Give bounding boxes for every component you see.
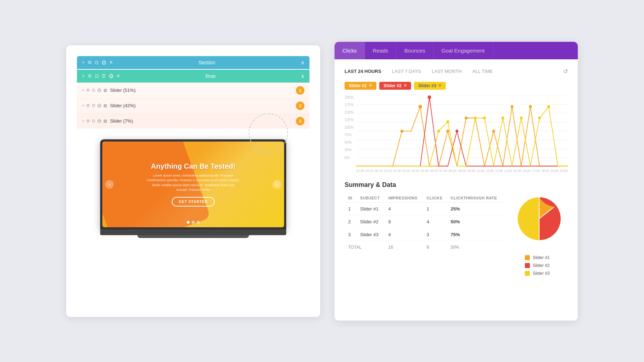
pie-legend: Slider #1 Slider #2 Slider #3 [525, 255, 568, 276]
panel-body: LAST 24 HOURS LAST 7 DAYS LAST MONTH ALL… [335, 59, 578, 321]
data-table-section: ID SUBJECT IMPRESSIONS CLICKS CLICKTHROU… [345, 194, 503, 253]
delete-icon[interactable]: ✕ [109, 60, 113, 65]
add-icon[interactable]: + [82, 103, 84, 108]
chart-x-axis: 22:0023:0000:0001:00 02:0003:0004:0005:0… [345, 169, 568, 173]
remove-tag3-icon[interactable]: ✕ [438, 83, 441, 88]
svg-point-24 [538, 116, 541, 119]
remove-tag2-icon[interactable]: ✕ [404, 83, 407, 88]
gear-icon[interactable]: ⚙ [88, 60, 92, 65]
dot-3[interactable] [197, 221, 200, 224]
power-icon[interactable]: ⏻ [97, 119, 101, 123]
power-icon[interactable]: ⏻ [97, 103, 101, 108]
slider2-label: Slider (42%) [110, 103, 293, 108]
gear-icon[interactable]: ⚙ [88, 73, 92, 79]
cell-ctr: 50% [447, 215, 503, 228]
cell-clicks: 3 [423, 228, 447, 241]
slider-item-1: + ⚙ ⊡ ⏻ ▦ Slider (51%) 1 [77, 83, 309, 98]
gear-icon[interactable]: ⚙ [86, 103, 90, 108]
row-icons: + ⚙ ⊡ ☰ ⏻ ✕ [82, 73, 120, 79]
legend-slider2: Slider #2 [525, 263, 568, 268]
col-clicks: CLICKS [423, 194, 447, 203]
cell-id: 1 [345, 202, 357, 215]
chart-icon[interactable]: ▦ [103, 119, 107, 123]
laptop-heading: Anything Can Be Tested! [147, 162, 240, 170]
total-impressions: 16 [385, 241, 423, 253]
svg-point-17 [455, 129, 458, 132]
power-icon[interactable]: ⏻ [109, 73, 113, 79]
table-row: 1 Slider #1 4 1 25% [345, 202, 503, 215]
columns-icon[interactable]: ☰ [102, 73, 106, 79]
tag-slider2[interactable]: Slider #2 ✕ [379, 82, 411, 90]
delete-icon[interactable]: ✕ [116, 73, 120, 79]
cell-ctr: 75% [447, 228, 503, 241]
cell-impressions: 4 [385, 228, 423, 241]
dup-icon[interactable]: ⊡ [92, 119, 95, 123]
tab-goal-engagement[interactable]: Goal Engagement [434, 42, 493, 59]
add-icon[interactable]: + [82, 73, 85, 79]
cta-button[interactable]: GET STARTED [172, 197, 215, 207]
gear-icon[interactable]: ⚙ [86, 88, 90, 93]
tag-slider3[interactable]: Slider #3 ✕ [414, 82, 446, 90]
prev-slide-button[interactable]: ‹ [105, 180, 114, 189]
slider1-label: Slider (51%) [110, 88, 293, 93]
laptop-body: Lorem ipsum amet, consectetur adipiscing… [147, 173, 240, 193]
slider1-num: 1 [296, 86, 304, 95]
reset-button[interactable]: ↺ [563, 68, 568, 75]
table-row: 2 Slider #2 8 4 50% [345, 215, 503, 228]
chart-svg [356, 95, 568, 167]
cell-subject: Slider #2 [357, 215, 385, 228]
cell-id: 2 [345, 215, 357, 228]
dup-icon[interactable]: ⊡ [92, 88, 95, 93]
tabs-bar: Clicks Reads Bounces Goal Engagement [335, 42, 578, 59]
gear-icon[interactable]: ⚙ [86, 119, 90, 123]
filter-7d[interactable]: LAST 7 DAYS [392, 69, 421, 74]
dup-icon[interactable]: ⊡ [92, 103, 95, 108]
dot-2[interactable] [192, 221, 195, 224]
svg-point-20 [474, 116, 477, 119]
laptop-screen: ‹ Anything Can Be Tested! Lorem ipsum am… [100, 139, 286, 229]
slider2-icons: + ⚙ ⊡ ⏻ ▦ [82, 103, 107, 108]
dot-1[interactable] [187, 221, 190, 224]
chart-icon[interactable]: ▦ [103, 88, 107, 93]
power-icon[interactable]: ⏻ [97, 88, 101, 93]
legend-color-slider2 [525, 263, 530, 268]
filter-24h[interactable]: LAST 24 HOURS [345, 69, 381, 74]
add-icon[interactable]: + [82, 119, 84, 123]
remove-tag1-icon[interactable]: ✕ [369, 83, 372, 88]
row-title: Row [124, 73, 297, 79]
chevron-up-icon[interactable]: ∧ [301, 73, 304, 79]
legend-label-slider2: Slider #2 [533, 263, 550, 268]
section-bar: + ⚙ ⊡ ⏻ ✕ Section ∧ [77, 56, 309, 69]
tab-bounces[interactable]: Bounces [396, 42, 433, 59]
slide-dots [187, 221, 200, 224]
total-row: TOTAL 16 8 50% [345, 241, 503, 253]
pie-chart [511, 190, 568, 247]
filter-month[interactable]: LAST MONTH [432, 69, 462, 74]
tab-reads[interactable]: Reads [365, 42, 396, 59]
y-label-50: 50% [345, 140, 356, 144]
svg-point-21 [483, 116, 486, 119]
total-clicks: 8 [423, 241, 447, 253]
svg-point-14 [511, 105, 513, 108]
svg-point-19 [447, 120, 449, 123]
add-icon[interactable]: + [82, 60, 85, 65]
tab-clicks[interactable]: Clicks [335, 42, 365, 59]
next-slide-button[interactable]: › [273, 180, 281, 189]
filter-all-time[interactable]: ALL TIME [472, 69, 493, 74]
svg-point-22 [502, 116, 504, 119]
svg-point-15 [529, 105, 532, 108]
summary-title: Summary & Data [345, 181, 568, 189]
y-label-0: 0% [345, 156, 356, 160]
svg-point-16 [428, 95, 431, 99]
add-icon[interactable]: + [82, 88, 84, 93]
laptop-content: ‹ Anything Can Be Tested! Lorem ipsum am… [102, 142, 284, 227]
svg-point-12 [465, 116, 468, 119]
duplicate-icon[interactable]: ⊡ [95, 60, 99, 65]
power-icon[interactable]: ⏻ [102, 60, 106, 65]
tag-slider1[interactable]: Slider #1 ✕ [345, 82, 376, 90]
svg-point-13 [492, 129, 495, 132]
chevron-up-icon[interactable]: ∧ [301, 60, 304, 65]
y-label-200: 200% [345, 95, 356, 99]
duplicate-icon[interactable]: ⊡ [95, 73, 99, 79]
chart-icon[interactable]: ▦ [103, 103, 107, 108]
